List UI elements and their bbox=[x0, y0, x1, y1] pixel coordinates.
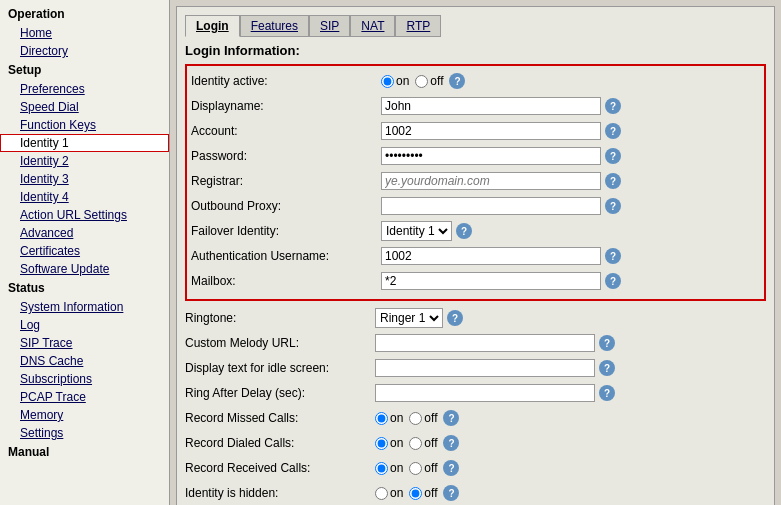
outbound-proxy-input[interactable] bbox=[381, 197, 601, 215]
identity-active-label: Identity active: bbox=[191, 74, 381, 88]
identity-hidden-label: Identity is hidden: bbox=[185, 486, 375, 500]
sidebar-item-system-information[interactable]: System Information bbox=[0, 298, 169, 316]
ring-delay-value: ? bbox=[375, 384, 766, 402]
sidebar-item-identity-3[interactable]: Identity 3 bbox=[0, 170, 169, 188]
registrar-help-icon[interactable]: ? bbox=[605, 173, 621, 189]
tab-rtp[interactable]: RTP bbox=[395, 15, 441, 37]
sidebar-item-dns-cache[interactable]: DNS Cache bbox=[0, 352, 169, 370]
identity-hidden-on-radio[interactable] bbox=[375, 487, 388, 500]
sidebar-item-sip-trace[interactable]: SIP Trace bbox=[0, 334, 169, 352]
tab-nat[interactable]: NAT bbox=[350, 15, 395, 37]
outbound-proxy-row: Outbound Proxy: ? bbox=[191, 195, 760, 217]
record-received-help-icon[interactable]: ? bbox=[443, 460, 459, 476]
record-missed-value: on off ? bbox=[375, 410, 766, 426]
record-received-on-label[interactable]: on bbox=[375, 461, 403, 475]
login-info-box: Identity active: on off ? Displaynam bbox=[185, 64, 766, 301]
sidebar-item-settings[interactable]: Settings bbox=[0, 424, 169, 442]
record-dialed-off-radio[interactable] bbox=[409, 437, 422, 450]
record-dialed-help-icon[interactable]: ? bbox=[443, 435, 459, 451]
record-dialed-on-label[interactable]: on bbox=[375, 436, 403, 450]
sidebar-item-directory[interactable]: Directory bbox=[0, 42, 169, 60]
record-received-on-radio[interactable] bbox=[375, 462, 388, 475]
identity-active-value: on off ? bbox=[381, 73, 760, 89]
sidebar-item-software-update[interactable]: Software Update bbox=[0, 260, 169, 278]
record-missed-off-label[interactable]: off bbox=[409, 411, 437, 425]
mailbox-help-icon[interactable]: ? bbox=[605, 273, 621, 289]
sidebar-item-speed-dial[interactable]: Speed Dial bbox=[0, 98, 169, 116]
identity-hidden-help-icon[interactable]: ? bbox=[443, 485, 459, 501]
auth-username-help-icon[interactable]: ? bbox=[605, 248, 621, 264]
registrar-label: Registrar: bbox=[191, 174, 381, 188]
sidebar-item-subscriptions[interactable]: Subscriptions bbox=[0, 370, 169, 388]
sidebar-item-identity-2[interactable]: Identity 2 bbox=[0, 152, 169, 170]
sidebar-item-log[interactable]: Log bbox=[0, 316, 169, 334]
record-received-off-label[interactable]: off bbox=[409, 461, 437, 475]
password-row: Password: ? bbox=[191, 145, 760, 167]
sidebar-item-preferences[interactable]: Preferences bbox=[0, 80, 169, 98]
displayname-help-icon[interactable]: ? bbox=[605, 98, 621, 114]
identity-hidden-on-label[interactable]: on bbox=[375, 486, 403, 500]
custom-melody-help-icon[interactable]: ? bbox=[599, 335, 615, 351]
password-label: Password: bbox=[191, 149, 381, 163]
record-missed-help-icon[interactable]: ? bbox=[443, 410, 459, 426]
record-missed-on-label[interactable]: on bbox=[375, 411, 403, 425]
section-header-login: Login Information: bbox=[185, 43, 766, 58]
sidebar-item-memory[interactable]: Memory bbox=[0, 406, 169, 424]
sidebar-item-home[interactable]: Home bbox=[0, 24, 169, 42]
ringtone-row: Ringtone: Ringer 1 Ringer 2 Ringer 3 ? bbox=[185, 307, 766, 329]
sidebar-item-identity-4[interactable]: Identity 4 bbox=[0, 188, 169, 206]
sidebar-item-certificates[interactable]: Certificates bbox=[0, 242, 169, 260]
record-missed-on-radio[interactable] bbox=[375, 412, 388, 425]
sidebar-item-advanced[interactable]: Advanced bbox=[0, 224, 169, 242]
identity-hidden-off-label[interactable]: off bbox=[409, 486, 437, 500]
custom-melody-value: ? bbox=[375, 334, 766, 352]
record-received-off-radio[interactable] bbox=[409, 462, 422, 475]
account-value: ? bbox=[381, 122, 760, 140]
ringtone-help-icon[interactable]: ? bbox=[447, 310, 463, 326]
mailbox-value: ? bbox=[381, 272, 760, 290]
display-idle-input[interactable] bbox=[375, 359, 595, 377]
tab-login[interactable]: Login bbox=[185, 15, 240, 37]
password-help-icon[interactable]: ? bbox=[605, 148, 621, 164]
sidebar-item-function-keys[interactable]: Function Keys bbox=[0, 116, 169, 134]
ring-delay-input[interactable] bbox=[375, 384, 595, 402]
record-dialed-off-label[interactable]: off bbox=[409, 436, 437, 450]
sidebar-item-identity-1[interactable]: Identity 1 bbox=[0, 134, 169, 152]
tab-features[interactable]: Features bbox=[240, 15, 309, 37]
sidebar-section-setup: Setup bbox=[0, 60, 169, 80]
registrar-row: Registrar: ? bbox=[191, 170, 760, 192]
mailbox-row: Mailbox: ? bbox=[191, 270, 760, 292]
record-received-row: Record Received Calls: on off ? bbox=[185, 457, 766, 479]
display-idle-label: Display text for idle screen: bbox=[185, 361, 375, 375]
account-input[interactable] bbox=[381, 122, 601, 140]
mailbox-input[interactable] bbox=[381, 272, 601, 290]
identity-active-off-radio[interactable] bbox=[415, 75, 428, 88]
outbound-proxy-help-icon[interactable]: ? bbox=[605, 198, 621, 214]
ringtone-value: Ringer 1 Ringer 2 Ringer 3 ? bbox=[375, 308, 766, 328]
record-dialed-on-radio[interactable] bbox=[375, 437, 388, 450]
ringtone-select[interactable]: Ringer 1 Ringer 2 Ringer 3 bbox=[375, 308, 443, 328]
record-missed-off-radio[interactable] bbox=[409, 412, 422, 425]
failover-identity-select[interactable]: Identity 1 Identity 2 Identity 3 Identit… bbox=[381, 221, 452, 241]
identity-active-on-label[interactable]: on bbox=[381, 74, 409, 88]
display-idle-help-icon[interactable]: ? bbox=[599, 360, 615, 376]
account-row: Account: ? bbox=[191, 120, 760, 142]
tab-sip[interactable]: SIP bbox=[309, 15, 350, 37]
record-missed-radio-group: on off ? bbox=[375, 410, 459, 426]
auth-username-input[interactable] bbox=[381, 247, 601, 265]
ring-delay-help-icon[interactable]: ? bbox=[599, 385, 615, 401]
identity-hidden-off-radio[interactable] bbox=[409, 487, 422, 500]
identity-active-on-radio[interactable] bbox=[381, 75, 394, 88]
custom-melody-input[interactable] bbox=[375, 334, 595, 352]
sidebar-item-pcap-trace[interactable]: PCAP Trace bbox=[0, 388, 169, 406]
outbound-proxy-label: Outbound Proxy: bbox=[191, 199, 381, 213]
failover-identity-value: Identity 1 Identity 2 Identity 3 Identit… bbox=[381, 221, 760, 241]
identity-active-off-label[interactable]: off bbox=[415, 74, 443, 88]
displayname-input[interactable] bbox=[381, 97, 601, 115]
account-help-icon[interactable]: ? bbox=[605, 123, 621, 139]
failover-identity-help-icon[interactable]: ? bbox=[456, 223, 472, 239]
registrar-input[interactable] bbox=[381, 172, 601, 190]
identity-active-help-icon[interactable]: ? bbox=[449, 73, 465, 89]
sidebar-item-action-url-settings[interactable]: Action URL Settings bbox=[0, 206, 169, 224]
password-input[interactable] bbox=[381, 147, 601, 165]
